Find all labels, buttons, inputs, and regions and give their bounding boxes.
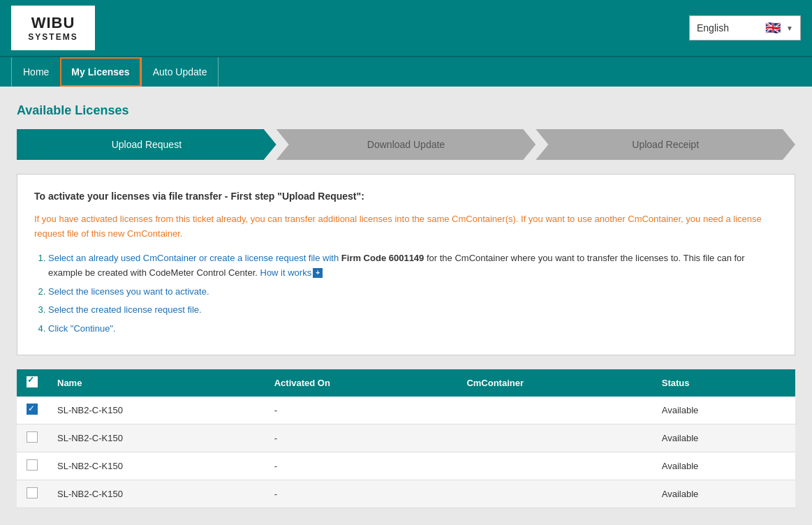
info-step-4: Click "Continue". [48,322,778,337]
header-checkbox-col [17,369,47,397]
step-label-upload-request: Upload Request [112,139,182,150]
nav-item-auto-update[interactable]: Auto Update [141,57,219,87]
info-step-1-pre: Select an already used CmContainer or cr… [48,253,341,263]
row-1-checkbox-cell [17,397,47,424]
logo: WIBU SYSTEMS [11,6,95,50]
col-activated-on: Activated On [265,369,457,397]
col-name: Name [47,369,265,397]
col-cm-container: CmContainer [457,369,651,397]
row-4-checkbox[interactable] [27,487,38,498]
row-2-checkbox-cell [17,424,47,452]
row-1-activated-on: - [265,397,457,424]
info-step-3: Select the created license request file. [48,303,778,318]
row-2-status: Available [652,424,795,452]
row-4-checkbox-cell [17,480,47,508]
info-step-2: Select the licenses you want to activate… [48,285,778,300]
table-row: SL-NB2-C-K150 - Available [17,452,795,480]
language-selector[interactable]: English 🇬🇧 ▼ [689,15,801,40]
logo-bottom: SYSTEMS [28,32,77,42]
row-3-status: Available [652,452,795,480]
row-4-status: Available [652,480,795,508]
nav-bar: Home My Licenses Auto Update [0,56,812,87]
steps-breadcrumb: Upload Request Download Update Upload Re… [17,129,795,160]
row-2-activated-on: - [265,424,457,452]
table-header: Name Activated On CmContainer Status [17,369,795,397]
row-4-activated-on: - [265,480,457,508]
table-header-row: Name Activated On CmContainer Status [17,369,795,397]
info-step-4-text: Click "Continue". [48,323,116,334]
info-step-2-text: Select the licenses you want to activate… [48,286,209,297]
row-2-cm-container [457,424,651,452]
table-row: SL-NB2-C-K150 - Available [17,480,795,508]
info-step-3-text: Select the created license request file. [48,304,202,315]
info-title: To activate your licenses via file trans… [34,188,778,204]
how-it-works-icon: + [313,268,323,278]
step-upload-request: Upload Request [17,129,276,160]
flag-icon: 🇬🇧 [765,20,781,36]
info-box: To activate your licenses via file trans… [17,174,795,355]
header-checkbox[interactable] [27,376,38,387]
info-intro: If you have activated licenses from this… [34,212,778,242]
page-title: Available Licenses [17,103,795,118]
row-4-cm-container [457,480,651,508]
header: WIBU SYSTEMS English 🇬🇧 ▼ [0,0,812,56]
how-it-works-link[interactable]: How it works [260,267,312,278]
main-content: Available Licenses Upload Request Downlo… [0,87,812,525]
row-2-name: SL-NB2-C-K150 [47,424,265,452]
table-row: SL-NB2-C-K150 - Available [17,397,795,424]
info-step-1: Select an already used CmContainer or cr… [48,251,778,281]
nav-item-home[interactable]: Home [11,57,60,87]
step-label-download-update: Download Update [367,139,445,150]
row-1-status: Available [652,397,795,424]
firm-code: Firm Code 6001149 [341,253,425,263]
logo-top: WIBU [31,14,75,32]
row-3-activated-on: - [265,452,457,480]
col-status: Status [652,369,795,397]
row-2-checkbox[interactable] [27,431,38,443]
row-3-cm-container [457,452,651,480]
row-1-name: SL-NB2-C-K150 [47,397,265,424]
language-label: English [697,22,760,34]
step-label-upload-receipt: Upload Receipt [632,139,699,150]
row-3-checkbox[interactable] [27,459,38,471]
chevron-down-icon: ▼ [786,24,793,32]
step-download-update: Download Update [276,129,536,160]
row-3-checkbox-cell [17,452,47,480]
row-1-cm-container [457,397,651,424]
row-3-name: SL-NB2-C-K150 [47,452,265,480]
table-row: SL-NB2-C-K150 - Available [17,424,795,452]
info-steps-list: Select an already used CmContainer or cr… [34,251,778,337]
row-1-checkbox[interactable] [27,404,38,415]
row-4-name: SL-NB2-C-K150 [47,480,265,508]
nav-item-my-licenses[interactable]: My Licenses [60,57,140,87]
licenses-table: Name Activated On CmContainer Status SL-… [17,369,795,508]
table-body: SL-NB2-C-K150 - Available SL-NB2-C-K150 … [17,397,795,508]
step-upload-receipt: Upload Receipt [536,129,795,160]
